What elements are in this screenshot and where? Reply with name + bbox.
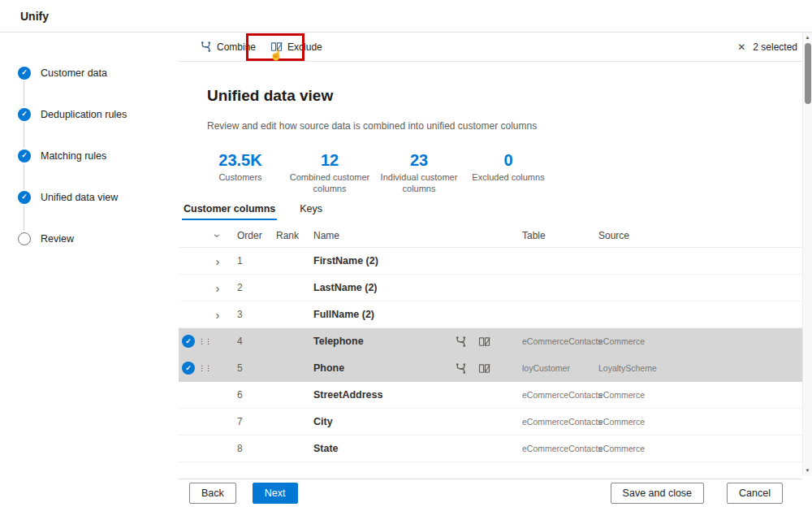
- stepper-item-review[interactable]: Review: [0, 218, 179, 259]
- save-and-close-button[interactable]: Save and close: [611, 483, 704, 504]
- vertical-scrollbar: ▲ ▼: [802, 32, 812, 475]
- stepper-item-customer-data[interactable]: ✓Customer data: [0, 52, 179, 93]
- stat-value: 0: [468, 150, 549, 170]
- cursor-icon: ☝: [270, 49, 283, 61]
- table-row[interactable]: ✓⋮⋮5PhoneloyCustomerLoyaltyScheme: [179, 355, 802, 382]
- row-table: eCommerceContacts: [502, 444, 591, 453]
- scroll-up-icon[interactable]: ▲: [803, 32, 812, 42]
- row-expand-cell: ›: [208, 309, 227, 321]
- scroll-down-icon[interactable]: ▼: [803, 466, 812, 475]
- table-row[interactable]: ✓⋮⋮4TelephoneeCommerceContactseCommerce: [179, 328, 802, 355]
- footer-bar: Back Next Save and close Cancel: [179, 479, 802, 507]
- next-button[interactable]: Next: [253, 483, 298, 504]
- expand-chevron-icon[interactable]: ›: [216, 255, 220, 267]
- back-button[interactable]: Back: [189, 483, 236, 504]
- stepper-item-label: Customer data: [41, 67, 107, 79]
- row-order: 4: [227, 336, 260, 347]
- row-name: State: [299, 443, 453, 454]
- table-body: ›1FirstName (2)›2LastName (2)›3FullName …: [179, 248, 802, 462]
- step-check-icon: ✓: [18, 150, 31, 162]
- row-table: loyCustomer: [502, 363, 591, 373]
- combine-button-label: Combine: [217, 41, 256, 53]
- stepper-item-label: Matching rules: [41, 150, 106, 162]
- stat-customers: 23.5KCustomers: [200, 150, 281, 194]
- row-order: 6: [227, 389, 260, 401]
- command-bar: Combine Exclude ☝ ✕ 2 selected: [179, 32, 802, 62]
- expand-chevron-icon[interactable]: ›: [216, 309, 220, 321]
- row-selected-checkbox[interactable]: ✓: [182, 362, 195, 375]
- combine-action-icon[interactable]: [455, 362, 467, 375]
- stepper-sidebar: ✓Customer data✓Deduplication rules✓Match…: [0, 32, 179, 507]
- row-order: 2: [227, 282, 260, 293]
- row-order: 5: [227, 362, 260, 374]
- tab-list: Customer columnsKeys: [180, 199, 802, 220]
- drag-handle-icon[interactable]: ⋮⋮: [198, 365, 211, 372]
- stat-value: 12: [289, 150, 370, 170]
- stat-individual-customer-columns: 23Individual customer columns: [378, 150, 460, 194]
- step-check-icon: ✓: [18, 191, 31, 204]
- footer-right-group: Save and close Cancel: [611, 483, 783, 504]
- row-name: StreetAddress: [299, 389, 453, 401]
- scrollbar-thumb[interactable]: [805, 43, 811, 104]
- page-subtitle: Review and edit how source data is combi…: [207, 120, 802, 132]
- row-actions-cell: [453, 362, 502, 375]
- stepper-item-deduplication-rules[interactable]: ✓Deduplication rules: [0, 93, 179, 135]
- row-name: City: [299, 416, 453, 427]
- row-name: FullName (2): [299, 309, 453, 320]
- clear-selection-icon[interactable]: ✕: [736, 40, 747, 54]
- table-row[interactable]: 7CityeCommerceContactseCommerce: [179, 409, 802, 436]
- main-panel: Combine Exclude ☝ ✕ 2 selected Unified d…: [179, 32, 802, 507]
- tab-keys[interactable]: Keys: [296, 199, 326, 220]
- row-table: eCommerceContacts: [502, 390, 591, 400]
- collapse-all-chevron-icon[interactable]: ›: [211, 233, 224, 237]
- exclude-action-icon[interactable]: [478, 362, 490, 375]
- stats-row: 23.5KCustomers12Combined customer column…: [200, 150, 802, 194]
- table-row[interactable]: 6StreetAddresseCommerceContactseCommerce: [179, 382, 802, 409]
- app-header: Unify: [0, 0, 812, 32]
- stat-excluded-columns: 0Excluded columns: [468, 150, 549, 194]
- expand-chevron-icon[interactable]: ›: [216, 282, 220, 294]
- combine-action-icon[interactable]: [455, 336, 467, 348]
- header-table: Table: [502, 230, 591, 241]
- header-name: Name: [299, 230, 453, 241]
- stat-label: Customers: [200, 171, 281, 183]
- exclude-action-icon[interactable]: [478, 336, 490, 348]
- table-row[interactable]: ›1FirstName (2): [179, 248, 802, 275]
- table-row[interactable]: ›3FullName (2): [179, 301, 802, 328]
- content-area: Unified data view Review and edit how so…: [179, 62, 802, 479]
- stepper-item-unified-data-view[interactable]: ✓Unified data view: [0, 176, 179, 218]
- row-source: LoyaltyScheme: [591, 363, 802, 373]
- table-row[interactable]: ›2LastName (2): [179, 275, 802, 301]
- stat-label: Excluded columns: [468, 171, 549, 183]
- tab-customer-columns[interactable]: Customer columns: [180, 199, 279, 220]
- stat-label: Individual customer columns: [378, 171, 460, 194]
- row-table: eCommerceContacts: [502, 336, 591, 346]
- row-drag-cell: ⋮⋮: [198, 338, 208, 345]
- table-header-row: › Order Rank Name Table Source: [179, 223, 802, 248]
- stat-label: Combined customer columns: [289, 171, 370, 194]
- row-selected-checkbox[interactable]: ✓: [182, 335, 195, 348]
- row-source: eCommerce: [591, 336, 802, 346]
- step-check-icon: ✓: [18, 67, 31, 80]
- app-title: Unify: [20, 10, 49, 23]
- combine-button[interactable]: Combine: [192, 36, 263, 58]
- drag-handle-icon[interactable]: ⋮⋮: [198, 338, 211, 345]
- row-drag-cell: ⋮⋮: [198, 365, 208, 372]
- row-actions-cell: [453, 336, 502, 348]
- header-order: Order: [227, 230, 260, 241]
- row-order: 7: [227, 416, 260, 427]
- row-select-cell: ✓: [179, 362, 198, 375]
- table-row[interactable]: 8StateeCommerceContactseCommerce: [179, 436, 802, 462]
- row-name: Telephone: [299, 336, 453, 347]
- header-source: Source: [591, 230, 802, 241]
- columns-table: › Order Rank Name Table Source ›1FirstNa…: [179, 223, 802, 462]
- stepper: ✓Customer data✓Deduplication rules✓Match…: [0, 52, 179, 259]
- cancel-button[interactable]: Cancel: [727, 483, 783, 504]
- row-order: 3: [227, 309, 260, 320]
- row-name: Phone: [299, 362, 453, 374]
- selected-count-text: 2 selected: [753, 41, 797, 53]
- step-circle-empty-icon: [18, 232, 31, 245]
- step-check-icon: ✓: [18, 108, 31, 121]
- stepper-item-matching-rules[interactable]: ✓Matching rules: [0, 135, 179, 176]
- row-source: eCommerce: [591, 444, 802, 453]
